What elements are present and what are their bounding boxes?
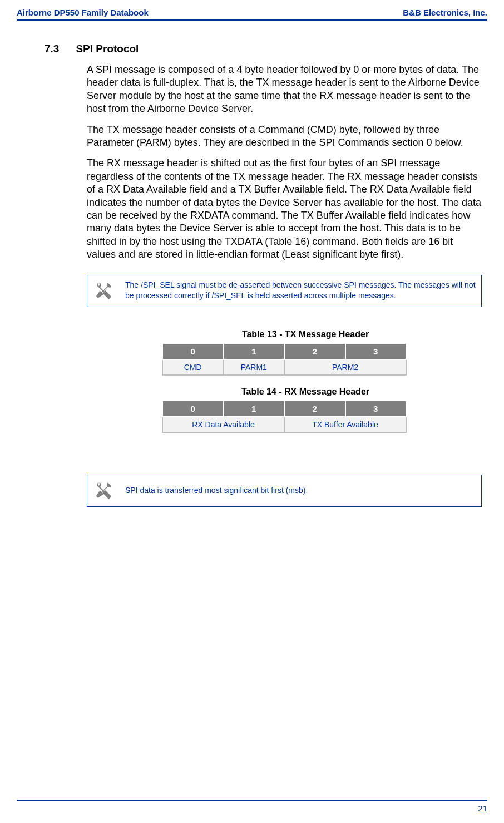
tx-message-header-table: 0 1 2 3 CMD PARM1 PARM2 <box>162 343 407 376</box>
table-header-row: 0 1 2 3 <box>162 343 406 359</box>
note-2-text: SPI data is transferred most significant… <box>120 475 481 506</box>
td-rxdata: RX Data Available <box>162 417 284 432</box>
section-heading: 7.3 SPI Protocol <box>45 43 482 55</box>
table-data-row: CMD PARM1 PARM2 <box>162 359 406 375</box>
tools-icon <box>87 475 120 506</box>
th-2: 2 <box>284 343 345 359</box>
section-title: SPI Protocol <box>76 43 139 55</box>
th-2: 2 <box>284 401 345 417</box>
header-rule <box>17 19 487 21</box>
page-number: 21 <box>478 804 487 813</box>
note-1-text: The /SPI_SEL signal must be de-asserted … <box>120 275 481 307</box>
paragraph-2: The TX message header consists of a Comm… <box>87 124 482 150</box>
th-0: 0 <box>162 343 224 359</box>
header-left-title: Airborne DP550 Family Databook <box>17 8 149 17</box>
th-1: 1 <box>224 343 285 359</box>
table-data-row: RX Data Available TX Buffer Available <box>162 417 406 432</box>
table-header-row: 0 1 2 3 <box>162 401 406 417</box>
table-14-wrapper: Table 14 - RX Message Header 0 1 2 3 RX … <box>87 387 482 444</box>
table-14-caption: Table 14 - RX Message Header <box>241 387 369 397</box>
td-cmd: CMD <box>162 359 224 375</box>
footer-rule <box>17 800 487 801</box>
table-13-caption: Table 13 - TX Message Header <box>242 329 369 339</box>
table-13-wrapper: Table 13 - TX Message Header 0 1 2 3 CMD… <box>87 329 482 387</box>
content-area: 7.3 SPI Protocol A SPI message is compos… <box>17 43 487 507</box>
note-box-2: SPI data is transferred most significant… <box>87 475 482 507</box>
section-number: 7.3 <box>45 43 59 55</box>
td-parm1: PARM1 <box>224 359 285 375</box>
th-3: 3 <box>345 401 407 417</box>
td-parm2: PARM2 <box>284 359 406 375</box>
note-box-1: The /SPI_SEL signal must be de-asserted … <box>87 275 482 307</box>
header-right-company: B&B Electronics, Inc. <box>403 8 487 17</box>
paragraph-1: A SPI message is composed of a 4 byte he… <box>87 63 482 116</box>
th-0: 0 <box>162 401 224 417</box>
page-header: Airborne DP550 Family Databook B&B Elect… <box>17 8 487 19</box>
th-1: 1 <box>224 401 285 417</box>
tools-icon <box>87 275 120 307</box>
th-3: 3 <box>345 343 406 359</box>
paragraph-3: The RX message header is shifted out as … <box>87 157 482 261</box>
td-txbuf: TX Buffer Available <box>284 417 406 432</box>
rx-message-header-table: 0 1 2 3 RX Data Available TX Buffer Avai… <box>162 400 407 433</box>
